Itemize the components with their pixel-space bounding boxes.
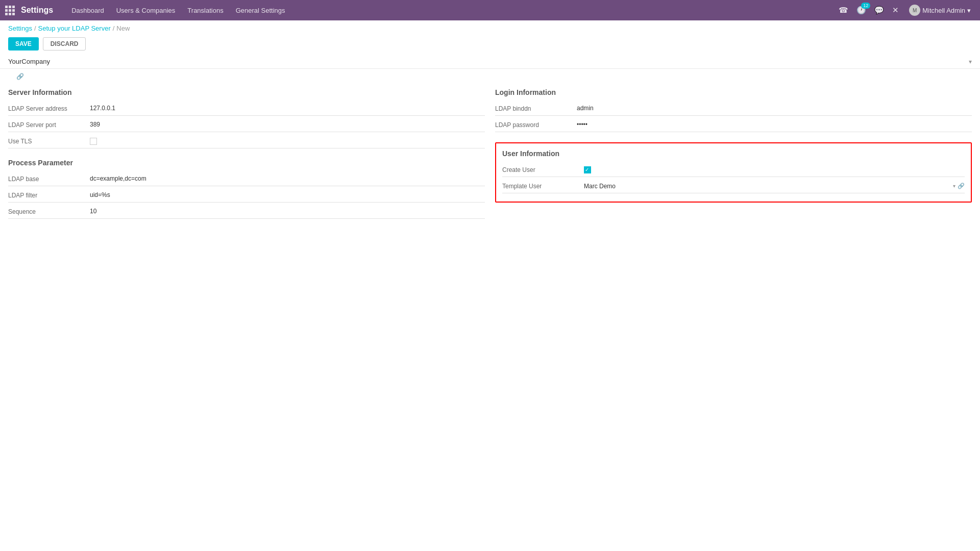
breadcrumb-sep1: / bbox=[34, 24, 36, 32]
breadcrumb-sep2: / bbox=[113, 24, 115, 32]
ldap-server-address-label: LDAP Server address bbox=[8, 105, 90, 112]
ldap-server-address-row: LDAP Server address bbox=[8, 102, 485, 116]
user-dropdown-icon: ▾ bbox=[967, 7, 971, 14]
ldap-binddn-input[interactable] bbox=[577, 104, 972, 113]
left-panel: Server Information LDAP Server address L… bbox=[8, 88, 485, 229]
avatar: M bbox=[909, 5, 920, 16]
breadcrumb-current: New bbox=[116, 24, 130, 32]
create-user-row: Create User bbox=[502, 163, 965, 177]
app-grid-icon[interactable] bbox=[5, 6, 15, 15]
user-information-title: User Information bbox=[502, 149, 965, 158]
ldap-base-label: LDAP base bbox=[8, 176, 90, 183]
use-tls-label: Use TLS bbox=[8, 138, 90, 145]
clock-icon[interactable]: 🕐 12 bbox=[854, 4, 868, 17]
sequence-input[interactable] bbox=[90, 207, 485, 216]
nav-menu: Dashboard Users & Companies Translations… bbox=[66, 4, 290, 17]
ldap-server-port-label: LDAP Server port bbox=[8, 121, 90, 129]
breadcrumb-setup[interactable]: Setup your LDAP Server bbox=[38, 24, 111, 32]
use-tls-checkbox[interactable] bbox=[90, 138, 97, 145]
template-user-external-icon[interactable]: 🔗 bbox=[958, 183, 965, 189]
ldap-password-label: LDAP password bbox=[495, 121, 577, 129]
ldap-base-input[interactable] bbox=[90, 174, 485, 184]
user-menu[interactable]: M Mitchell Admin ▾ bbox=[905, 3, 975, 18]
server-information-section: Server Information LDAP Server address L… bbox=[8, 88, 485, 148]
ldap-filter-label: LDAP filter bbox=[8, 192, 90, 199]
process-parameter-section: Process Parameter LDAP base LDAP filter … bbox=[8, 159, 485, 219]
close-icon[interactable]: ✕ bbox=[890, 4, 901, 17]
template-user-row: Template User Marc Demo ▾ 🔗 bbox=[502, 179, 965, 193]
ldap-server-port-row: LDAP Server port bbox=[8, 118, 485, 132]
user-information-box: User Information Create User Template Us… bbox=[495, 142, 972, 203]
template-user-label: Template User bbox=[502, 183, 584, 190]
company-name: YourCompany bbox=[8, 58, 969, 65]
process-parameter-title: Process Parameter bbox=[8, 159, 485, 167]
ldap-binddn-row: LDAP binddn bbox=[495, 102, 972, 116]
ldap-binddn-label: LDAP binddn bbox=[495, 105, 577, 112]
server-information-title: Server Information bbox=[8, 88, 485, 96]
template-user-value: Marc Demo bbox=[584, 183, 951, 190]
nav-users-companies[interactable]: Users & Companies bbox=[111, 4, 181, 17]
app-title: Settings bbox=[21, 6, 53, 15]
breadcrumb: Settings / Setup your LDAP Server / New bbox=[0, 20, 980, 34]
nav-general-settings[interactable]: General Settings bbox=[231, 4, 290, 17]
discard-button[interactable]: DISCARD bbox=[43, 37, 86, 51]
topbar: Settings Dashboard Users & Companies Tra… bbox=[0, 0, 980, 20]
main-content: Server Information LDAP Server address L… bbox=[0, 82, 980, 235]
ldap-filter-row: LDAP filter bbox=[8, 188, 485, 203]
create-user-label: Create User bbox=[502, 166, 584, 173]
sequence-row: Sequence bbox=[8, 205, 485, 219]
ldap-base-row: LDAP base bbox=[8, 172, 485, 186]
save-button[interactable]: SAVE bbox=[8, 37, 39, 51]
ldap-password-input[interactable] bbox=[577, 120, 972, 130]
breadcrumb-settings[interactable]: Settings bbox=[8, 24, 32, 32]
ldap-filter-input[interactable] bbox=[90, 190, 485, 200]
chat-icon[interactable]: 💬 bbox=[872, 4, 886, 17]
action-bar: SAVE DISCARD bbox=[0, 34, 980, 55]
company-external-link[interactable]: 🔗 bbox=[8, 72, 32, 81]
create-user-checkbox[interactable] bbox=[584, 166, 591, 173]
user-name: Mitchell Admin bbox=[922, 7, 965, 14]
company-dropdown-icon[interactable]: ▾ bbox=[969, 58, 972, 65]
right-panel: Login Information LDAP binddn LDAP passw… bbox=[495, 88, 972, 229]
ldap-password-row: LDAP password bbox=[495, 118, 972, 132]
login-information-section: Login Information LDAP binddn LDAP passw… bbox=[495, 88, 972, 132]
use-tls-row: Use TLS bbox=[8, 134, 485, 148]
phone-icon[interactable]: ☎ bbox=[837, 4, 850, 17]
nav-translations[interactable]: Translations bbox=[182, 4, 228, 17]
clock-badge: 12 bbox=[861, 3, 870, 9]
ldap-server-address-input[interactable] bbox=[90, 104, 485, 113]
nav-dashboard[interactable]: Dashboard bbox=[66, 4, 109, 17]
ldap-server-port-input[interactable] bbox=[90, 120, 485, 130]
login-information-title: Login Information bbox=[495, 88, 972, 96]
sequence-label: Sequence bbox=[8, 208, 90, 215]
template-user-dropdown-icon[interactable]: ▾ bbox=[953, 183, 955, 189]
company-selector-row: YourCompany ▾ bbox=[0, 55, 980, 69]
